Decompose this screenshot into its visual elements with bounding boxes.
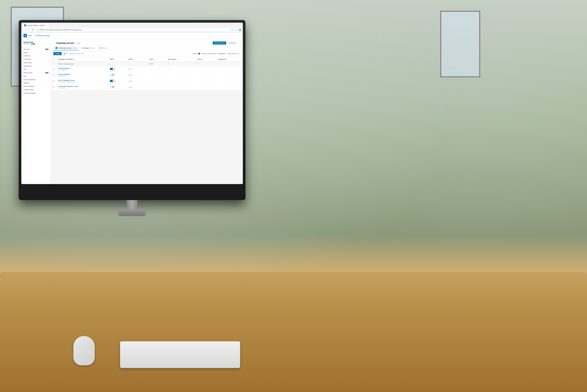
row-accel-spent: -: [148, 84, 166, 90]
header-row: Campaign groups 10 total Performance cha…: [53, 40, 240, 46]
account-name: Knowcrunch: [24, 41, 48, 43]
sidebar-item-audiences[interactable]: Audiences: [21, 54, 50, 58]
preferences-button[interactable]: Preferences: [227, 42, 238, 44]
row-draft-toggle-cell[interactable]: [108, 78, 127, 84]
row-accel-checkbox[interactable]: [52, 86, 54, 88]
row-quick-checkbox[interactable]: [52, 74, 54, 76]
row-ocm-checkbox[interactable]: [52, 68, 54, 70]
search-input[interactable]: [68, 52, 95, 56]
row-ocm-status-text: Active: [128, 68, 132, 70]
select-all-checkbox[interactable]: [52, 58, 54, 60]
row-draft-name-link[interactable]: Draft_Campaign_Group: [58, 80, 106, 81]
toolbar-right: Filters(2) 2 Columns: Performance ▾ Brea…: [193, 53, 240, 54]
filtered-row-toggle: -: [108, 62, 127, 66]
row-draft-toggle[interactable]: [110, 80, 114, 82]
toolbar-left: Create ▾: [53, 52, 95, 56]
sidebar-item-overview[interactable]: Overview NEW: [21, 48, 50, 51]
forward-button[interactable]: ›: [27, 28, 30, 31]
app-header-subtitle[interactable]: Campaign Manager: [35, 34, 50, 36]
row-accel-toggle-cell[interactable]: [108, 84, 127, 90]
filtered-row-spent: $0.00: [148, 62, 166, 66]
row-quick-name-link[interactable]: Quick campaigns: [58, 74, 106, 75]
row-ocm-ctr: -: [216, 66, 243, 72]
breakdown-control[interactable]: Breakdown ▾: [218, 53, 226, 54]
sidebar-item-company-page[interactable]: Company page: [21, 88, 50, 91]
columns-control[interactable]: Columns: Performance ▾: [202, 53, 217, 54]
row-ocm-toggle[interactable]: [110, 68, 114, 70]
row-draft-id: ID: 719096404 - Website Visits: [58, 81, 106, 83]
sort-icon-name: ⇅: [74, 59, 75, 60]
sidebar-item-recommendations[interactable]: Recommendations: [21, 78, 50, 81]
create-dropdown-button[interactable]: ▾: [63, 52, 67, 56]
app-header-title[interactable]: Ads: [28, 34, 32, 36]
sidebar-item-data[interactable]: Data: [21, 74, 50, 78]
time-range-label: Time range: 12/1...: [228, 53, 239, 54]
row-ocm-toggle-thumb: [112, 68, 114, 70]
filters-control[interactable]: Filters(2) 2: [193, 53, 200, 54]
row-accel-name-link[interactable]: Accelerate Campaign Group: [58, 86, 106, 87]
sidebar-account[interactable]: Knowcrunch 500084077 Active: [21, 40, 50, 46]
tab-close-btn[interactable]: ×: [46, 24, 47, 26]
th-impressions[interactable]: Impressions ⇅: [166, 57, 196, 62]
row-draft-toggle-track: [110, 80, 114, 82]
row-quick-checkbox-cell[interactable]: [51, 72, 56, 78]
create-button[interactable]: Create: [53, 52, 62, 55]
th-ctr[interactable]: Average CTR: [216, 57, 243, 62]
tab-campaigns[interactable]: Campaigns 51 total: [80, 46, 97, 50]
overview-new-badge: NEW: [45, 49, 48, 50]
th-campaign-group-name[interactable]: Campaign Group Name ⇅: [56, 57, 108, 62]
th-offon[interactable]: Off/On: [108, 57, 127, 62]
tab-campaign-groups[interactable]: ■ Campaign groups 10 total: [53, 46, 80, 50]
linkedin-logo: in: [24, 34, 27, 37]
th-clicks[interactable]: Clicks ⇅: [196, 57, 216, 62]
row-draft-checkbox-cell[interactable]: [51, 78, 56, 84]
tab-campaign-groups-label: Campaign groups: [58, 47, 72, 49]
filtered-row-label: 8 filtered campaign groups: [56, 62, 108, 66]
filters-label: Filters(2): [193, 53, 198, 54]
row-ocm-clicks: -: [196, 66, 216, 72]
sidebar-item-test[interactable]: Test: [21, 68, 50, 71]
monitor-bezel: in Campaign Manager - LinkedIn × ‹ › ↻ 🔒…: [21, 23, 243, 184]
back-button[interactable]: ‹: [23, 28, 26, 31]
time-range-control[interactable]: Time range: 12/1... ▾: [228, 53, 240, 54]
row-quick-id: ID: 680014794: [58, 75, 106, 77]
filtered-summary-row: 8 filtered campaign groups - - $0.00 0 0…: [51, 62, 243, 66]
extensions-icon[interactable]: ⬡: [235, 28, 238, 31]
address-bar[interactable]: 🔒 linkedin.com/campaignmanager/accounts/…: [36, 28, 230, 32]
sidebar-item-measurement[interactable]: Measurement NEW: [21, 71, 50, 74]
row-ocm-checkbox-cell[interactable]: [51, 66, 56, 72]
row-draft-impressions: -: [166, 78, 196, 84]
sidebar-item-companies[interactable]: Companies: [21, 58, 50, 61]
sidebar-section-advertise: Advertise: [21, 64, 50, 68]
filtered-row-ctr: -: [216, 62, 243, 66]
tab-ads[interactable]: Ads 95 total: [97, 46, 109, 50]
th-spent[interactable]: Spent ↓: [148, 57, 166, 62]
row-accel-impressions: -: [166, 84, 196, 90]
profile-icon[interactable]: 👤: [238, 28, 242, 31]
reload-button[interactable]: ↻: [31, 28, 34, 31]
row-draft-checkbox[interactable]: [52, 80, 54, 82]
table-row: OCM Campaigns ID: 617852764: [51, 66, 243, 72]
browser-actions: ☆ ⬡ 👤: [231, 28, 242, 31]
monitor-stand-neck: [127, 200, 138, 210]
star-icon[interactable]: ☆: [231, 28, 234, 31]
tab-campaign-groups-count: 10 total: [72, 47, 77, 49]
active-tab[interactable]: in Campaign Manager - LinkedIn ×: [22, 24, 49, 27]
row-quick-toggle[interactable]: [110, 74, 114, 76]
sidebar-item-account-settings[interactable]: Account settings: [21, 84, 50, 88]
performance-chart-button[interactable]: Performance chart: [213, 42, 226, 44]
row-accel-checkbox-cell[interactable]: [51, 84, 56, 90]
row-accel-toggle[interactable]: [110, 86, 114, 88]
sidebar-section-plan: Plan: [21, 51, 50, 54]
row-quick-toggle-cell[interactable]: [108, 72, 127, 78]
row-ocm-toggle-cell[interactable]: [108, 66, 127, 72]
th-select-all[interactable]: [51, 57, 56, 62]
row-ocm-name-link[interactable]: OCM Campaigns: [58, 68, 106, 69]
sidebar-item-business-manager[interactable]: Business Manager: [21, 91, 50, 95]
sidebar-item-brand-safety[interactable]: Brand safety: [21, 61, 50, 64]
row-draft-status: Active: [127, 78, 148, 84]
row-quick-ctr: -: [216, 72, 243, 78]
sort-icon-status: ⇅: [133, 59, 134, 60]
row-quick-toggle-track: [110, 74, 114, 76]
th-status[interactable]: Status ⇅: [127, 57, 148, 62]
